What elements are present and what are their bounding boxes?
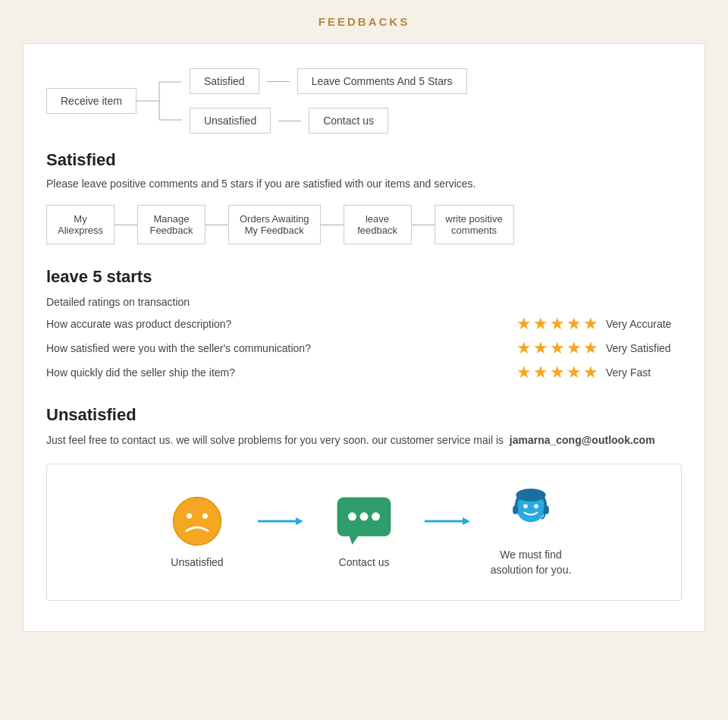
unsatisfied-box: Unsatisfied — [190, 108, 271, 134]
star: ★ — [583, 363, 598, 382]
right-branches: Satisfied Leave Comments And 5 Stars Uns… — [190, 68, 467, 134]
unsatisfied-section: Unsatisfied Just feel free to contact us… — [46, 405, 682, 448]
step-connector-3 — [321, 225, 344, 225]
bottom-flow-unsatisfied: Unsatisfied — [144, 495, 250, 571]
arrow-svg-1 — [258, 514, 303, 529]
rating-label-1: Very Accurate — [606, 318, 682, 330]
unsatisfied-email: jamarna_cong@outlook.com — [510, 434, 655, 446]
star: ★ — [583, 338, 598, 358]
rating-label-2: Very Satisfied — [606, 342, 682, 354]
svg-point-6 — [202, 513, 208, 518]
steps-row: MyAliexpress ManageFeedback Orders Await… — [46, 205, 682, 244]
unsatisfied-desc: Just feel free to contact us. we will so… — [46, 432, 682, 448]
step-leave-feedback: leavefeedback — [344, 205, 412, 244]
bottom-flow-card: Unsatisfied Contact us — [46, 464, 682, 601]
svg-marker-15 — [463, 517, 470, 525]
rating-question-2: How satisfied were you with the seller's… — [46, 342, 509, 354]
bottom-flow-contact-label: Contact us — [339, 555, 390, 571]
svg-point-18 — [523, 504, 528, 508]
flow-diagram: Receive item Satisfied Leave Comments An… — [46, 67, 682, 135]
stars-section-title: leave 5 starts — [46, 267, 682, 287]
agent-icon — [500, 487, 561, 540]
rating-label-3: Very Fast — [606, 366, 682, 379]
svg-point-5 — [187, 513, 192, 518]
star: ★ — [516, 314, 532, 334]
star: ★ — [566, 338, 582, 358]
satisfied-branch: Satisfied Leave Comments And 5 Stars — [190, 68, 467, 94]
leave-comments-box: Leave Comments And 5 Stars — [297, 68, 467, 94]
step-connector-2 — [206, 225, 228, 225]
branch-svg — [136, 67, 182, 135]
flow-arrow-2 — [425, 514, 470, 529]
rating-row-1: How accurate was product description? ★ … — [46, 314, 682, 334]
svg-marker-13 — [350, 536, 359, 545]
arrow-svg-2 — [425, 514, 470, 529]
star: ★ — [533, 338, 548, 358]
star: ★ — [533, 314, 548, 334]
satisfied-title: Satisfied — [46, 150, 682, 170]
star: ★ — [583, 314, 598, 334]
step-write-positive: write positivecomments — [435, 205, 514, 244]
svg-rect-20 — [513, 506, 518, 514]
bottom-flow-unsatisfied-label: Unsatisfied — [171, 555, 223, 571]
bottom-flow-agent-label: We must find asolution for you. — [478, 548, 584, 577]
star: ★ — [550, 363, 565, 382]
star: ★ — [550, 314, 565, 334]
svg-point-19 — [534, 504, 538, 508]
page-header: FEEDBACKS — [0, 0, 728, 43]
rating-row-3: How quickly did the seller ship the item… — [46, 363, 682, 382]
satisfied-section: Satisfied Please leave positive comments… — [46, 150, 682, 190]
stars-1: ★ ★ ★ ★ ★ — [516, 314, 598, 334]
flow-arrow-1 — [258, 514, 303, 529]
ratings-label: Detailed ratings on transaction — [46, 296, 682, 308]
star: ★ — [566, 314, 582, 334]
receive-item-box: Receive item — [46, 88, 136, 114]
step-connector-1 — [115, 225, 137, 225]
stars-3: ★ ★ ★ ★ ★ — [516, 363, 598, 382]
step-my-aliexpress: MyAliexpress — [46, 205, 115, 244]
chat-icon — [334, 495, 394, 548]
step-manage-feedback: ManageFeedback — [137, 205, 206, 244]
satisfied-box: Satisfied — [190, 68, 259, 94]
contact-us-top-box: Contact us — [309, 108, 388, 134]
satisfied-desc: Please leave positive comments and 5 sta… — [46, 178, 682, 190]
main-card: Receive item Satisfied Leave Comments An… — [23, 43, 705, 632]
star: ★ — [516, 338, 532, 358]
svg-marker-8 — [296, 517, 303, 525]
unsatisfied-section-title: Unsatisfied — [46, 405, 682, 425]
sad-face-icon — [171, 495, 224, 548]
svg-point-4 — [174, 497, 221, 545]
star: ★ — [566, 363, 582, 382]
ratings-section: Detailed ratings on transaction How accu… — [46, 296, 682, 382]
bottom-flow-contact: Contact us — [311, 495, 417, 571]
unsatisfied-branch: Unsatisfied Contact us — [190, 108, 467, 134]
bottom-flow-agent: We must find asolution for you. — [478, 487, 584, 577]
rating-question-1: How accurate was product description? — [46, 318, 509, 330]
star: ★ — [533, 363, 548, 382]
svg-point-10 — [348, 512, 356, 520]
svg-point-12 — [372, 512, 380, 520]
star: ★ — [550, 338, 565, 358]
stars-2: ★ ★ ★ ★ ★ — [516, 338, 598, 358]
unsatisfied-desc-text: Just feel free to contact us. we will so… — [46, 434, 504, 446]
step-connector-4 — [412, 225, 435, 225]
star: ★ — [516, 363, 532, 382]
svg-point-11 — [360, 512, 369, 520]
rating-row-2: How satisfied were you with the seller's… — [46, 338, 682, 358]
step-orders-awaiting: Orders AwaitingMy Feedback — [228, 205, 321, 244]
rating-question-3: How quickly did the seller ship the item… — [46, 366, 509, 379]
